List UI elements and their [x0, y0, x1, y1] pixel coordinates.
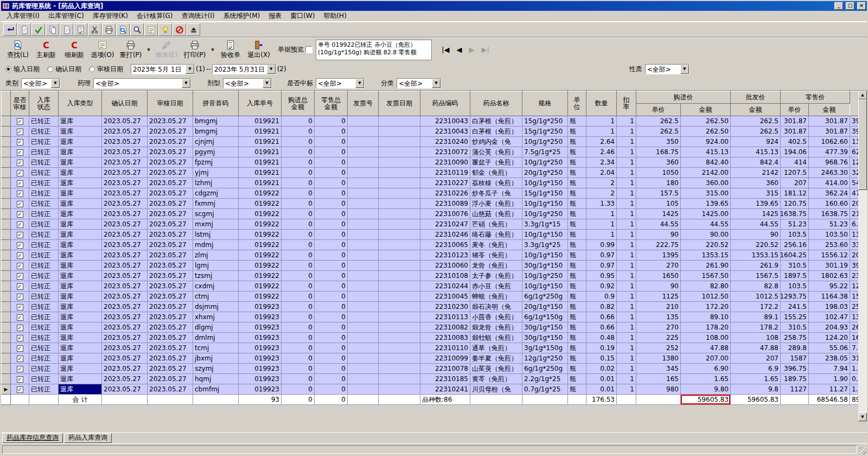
cell-purchase-price[interactable]: 270: [636, 322, 681, 333]
cell-pinyin[interactable]: mxmj: [193, 219, 239, 230]
cell-retail-total[interactable]: 0: [315, 126, 348, 137]
cell-purchase-total[interactable]: 0: [282, 168, 315, 178]
cell-purchase-total[interactable]: 0: [282, 219, 315, 230]
eject-button[interactable]: [187, 23, 200, 36]
cell-status[interactable]: [29, 395, 59, 405]
cell-edge[interactable]: 26.73: [850, 322, 859, 333]
cell-invoice-date[interactable]: [379, 395, 420, 405]
cell-unit[interactable]: 瓶: [568, 292, 586, 302]
cell-invoice-no[interactable]: [348, 261, 379, 271]
cell-purchase-total[interactable]: 0: [282, 209, 315, 219]
row-indicator[interactable]: [2, 364, 11, 374]
cell-audit-date[interactable]: 2023.05.27: [148, 353, 193, 364]
row-indicator[interactable]: [2, 353, 11, 364]
cell-pinyin[interactable]: cbmfmj: [193, 384, 239, 395]
cell-edge[interactable]: 7.18: [850, 343, 859, 353]
cell-drug-name[interactable]: 芒硝（免煎）: [470, 219, 522, 230]
cell-drug-name[interactable]: 蒲公英（免煎）: [470, 147, 522, 157]
cell-audit-date[interactable]: 2023.05.27: [148, 322, 193, 333]
cell-qty[interactable]: 0.02: [586, 364, 617, 374]
cell-qty[interactable]: 0.99: [586, 240, 617, 250]
cell-confirm-date[interactable]: 2023.05.27: [102, 333, 148, 343]
audit-checkbox[interactable]: ✓: [11, 250, 29, 261]
cell-type[interactable]: 退库: [59, 126, 102, 137]
nature-select[interactable]: <全部> ▼: [645, 64, 690, 74]
row-indicator[interactable]: [2, 261, 11, 271]
cell-purchase-total[interactable]: 0: [282, 126, 315, 137]
options-button[interactable]: 选项(O): [89, 39, 116, 61]
cell-status[interactable]: 已转正: [29, 147, 59, 157]
cell-invoice-date[interactable]: [379, 230, 420, 240]
audit-checkbox[interactable]: ✓: [11, 188, 29, 199]
cell-audit-date[interactable]: 2023.05.27: [148, 199, 193, 209]
cell-wholesale-amount[interactable]: 360: [731, 178, 781, 188]
cell-audit-date[interactable]: 2023.05.27: [148, 292, 193, 302]
cell-purchase-amount[interactable]: 1353.15: [681, 250, 731, 261]
cell-order-no[interactable]: 019921: [239, 168, 282, 178]
cell-invoice-no[interactable]: [348, 322, 379, 333]
cell-unit[interactable]: 瓶: [568, 147, 586, 157]
first-record-button[interactable]: |◀: [442, 46, 449, 54]
col-header-confirm-date[interactable]: 确认日期: [102, 91, 148, 116]
cell-invoice-no[interactable]: [348, 281, 379, 292]
chevron-down-icon[interactable]: ▼: [680, 65, 689, 74]
cell-order-no[interactable]: 019922: [239, 261, 282, 271]
cell-purchase-price[interactable]: [636, 395, 681, 405]
confirm-check-button[interactable]: [31, 23, 45, 36]
cell-qty[interactable]: 0.97: [586, 261, 617, 271]
cell-discount[interactable]: 1: [617, 292, 636, 302]
cell-confirm-date[interactable]: 2023.05.27: [102, 353, 148, 364]
audit-checkbox[interactable]: ✓: [11, 271, 29, 281]
cell-purchase-amount[interactable]: 1567.50: [681, 271, 731, 281]
date-from-select[interactable]: 2023年 5月 1日 ▼: [131, 64, 195, 74]
cell-invoice-no[interactable]: [348, 157, 379, 168]
cell-retail-amount[interactable]: 968.76: [809, 157, 850, 168]
cell-edge[interactable]: 39.37: [850, 116, 859, 126]
cell-spec[interactable]: 30g/1g*150: [522, 333, 568, 343]
cell-edge[interactable]: 47.24: [850, 188, 859, 199]
col-header-invoice-date[interactable]: 发票日期: [379, 91, 420, 116]
cell-unit[interactable]: 瓶: [568, 374, 586, 384]
cell-audit-date[interactable]: 2023.05.27: [148, 126, 193, 137]
cell-type[interactable]: 退库: [59, 302, 102, 312]
cell-purchase-total[interactable]: 0: [282, 157, 315, 168]
cell-drug-code[interactable]: 22310082: [420, 322, 470, 333]
cell-retail-amount[interactable]: 2463.30: [809, 168, 850, 178]
cell-purchase-price[interactable]: 157.5: [636, 188, 681, 199]
cell-retail-price[interactable]: 289.8: [781, 343, 809, 353]
cell-order-no[interactable]: 019922: [239, 292, 282, 302]
cell-unit[interactable]: 瓶: [568, 116, 586, 126]
cell-invoice-no[interactable]: [348, 353, 379, 364]
cell-discount[interactable]: 1: [617, 302, 636, 312]
cell-purchase-total[interactable]: 0: [282, 384, 315, 395]
cell-retail-amount[interactable]: 55.06: [809, 343, 850, 353]
cell-retail-total[interactable]: 0: [315, 384, 348, 395]
chevron-down-icon[interactable]: ▼: [267, 65, 276, 74]
cell-drug-name[interactable]: 黄芩（免煎）: [470, 374, 522, 384]
cell-drug-name[interactable]: 郁金（免煎）: [470, 168, 522, 178]
cell-confirm-date[interactable]: 2023.05.27: [102, 137, 148, 147]
cell-purchase-total[interactable]: 0: [282, 271, 315, 281]
cell-qty[interactable]: 1: [586, 230, 617, 240]
cell-type[interactable]: 合 计: [59, 395, 102, 405]
cell-invoice-date[interactable]: [379, 343, 420, 353]
receipt-doc-button[interactable]: [74, 23, 87, 36]
cell-retail-amount[interactable]: 1062.60: [809, 137, 850, 147]
cell-spec[interactable]: 10g/1g*150: [522, 281, 568, 292]
cell-spec[interactable]: 6g/1g*250g: [522, 364, 568, 374]
cell-retail-amount[interactable]: 7.94: [809, 364, 850, 374]
cell-purchase-price[interactable]: 360: [636, 157, 681, 168]
cell-status[interactable]: 已转正: [29, 333, 59, 343]
chevron-down-icon[interactable]: ▼: [355, 79, 364, 88]
cell-edge[interactable]: 202.97: [850, 250, 859, 261]
audit-checkbox[interactable]: ✓: [11, 302, 29, 312]
col-header-spec[interactable]: 规格: [522, 91, 568, 116]
cell-status[interactable]: 已转正: [29, 302, 59, 312]
cell-invoice-date[interactable]: [379, 116, 420, 126]
cell-drug-code[interactable]: 22310043: [420, 126, 470, 137]
cell-drug-code[interactable]: 22310060: [420, 261, 470, 271]
cell-type[interactable]: 退库: [59, 261, 102, 271]
pharmacology-select[interactable]: <全部> ▼: [93, 78, 191, 88]
cell-audit-date[interactable]: 2023.05.27: [148, 281, 193, 292]
cell-retail-amount[interactable]: 238.05: [809, 353, 850, 364]
